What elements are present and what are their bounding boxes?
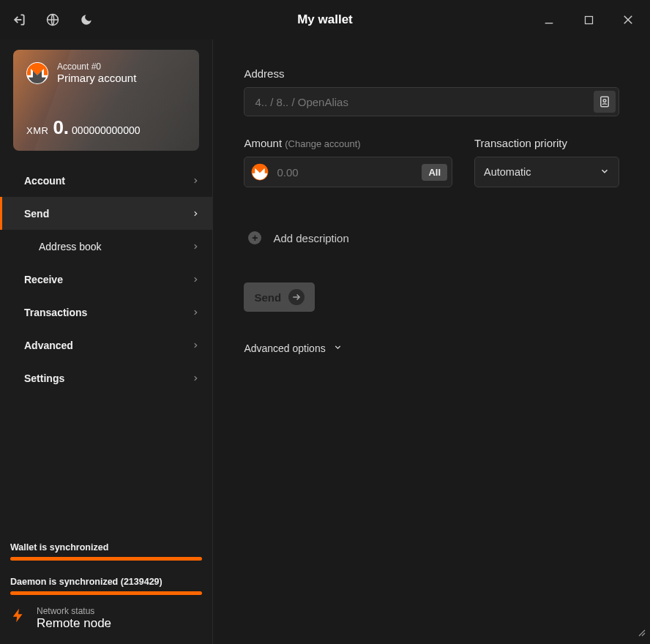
bolt-icon — [10, 605, 26, 631]
chevron-down-icon — [333, 342, 343, 354]
add-description-label: Add description — [273, 232, 348, 244]
priority-label: Transaction priority — [474, 137, 619, 149]
balance-integer: 0. — [53, 116, 69, 139]
logout-icon[interactable] — [9, 10, 29, 30]
plus-icon: + — [248, 231, 261, 244]
priority-select[interactable]: Automatic — [474, 157, 619, 187]
window-title: My wallet — [297, 12, 353, 27]
nav-label: Settings — [24, 372, 64, 384]
send-button[interactable]: Send — [244, 282, 315, 312]
send-panel: Address Amount (Change account) All — [213, 40, 650, 644]
address-label: Address — [244, 67, 619, 80]
chevron-right-icon — [192, 274, 199, 285]
nav-receive[interactable]: Receive — [0, 263, 212, 296]
amount-all-button[interactable]: All — [422, 164, 447, 181]
network-status[interactable]: Network status Remote node — [10, 605, 202, 631]
resize-handle-icon[interactable] — [635, 626, 646, 640]
advanced-options-toggle[interactable]: Advanced options — [244, 342, 619, 354]
nav-address-book[interactable]: Address book — [0, 230, 212, 263]
titlebar: My wallet — [0, 0, 650, 40]
sidebar-status: Wallet is synchronized Daemon is synchro… — [0, 542, 212, 644]
close-button[interactable] — [615, 7, 641, 33]
titlebar-left — [9, 10, 97, 30]
nav-advanced[interactable]: Advanced — [0, 329, 212, 362]
account-name: Primary account — [57, 72, 136, 84]
account-number: Account #0 — [57, 61, 136, 72]
nav: Account Send Address book Receive — [0, 164, 212, 394]
change-account-link[interactable]: (Change account) — [285, 138, 360, 149]
nav-settings[interactable]: Settings — [0, 362, 212, 394]
globe-icon[interactable] — [42, 10, 63, 30]
arrow-right-icon — [288, 289, 305, 305]
balance: XMR 0. 000000000000 — [26, 116, 141, 139]
priority-value: Automatic — [484, 166, 531, 178]
nav-label: Transactions — [24, 307, 87, 318]
window-controls — [536, 7, 641, 33]
nav-label: Address book — [39, 241, 102, 252]
maximize-button[interactable] — [575, 7, 602, 33]
nav-label: Account — [24, 175, 65, 187]
nav-label: Send — [24, 208, 49, 220]
moon-icon[interactable] — [76, 10, 97, 30]
nav-send[interactable]: Send — [0, 197, 212, 230]
chevron-right-icon — [192, 307, 199, 318]
balance-fraction: 000000000000 — [72, 124, 140, 136]
chevron-right-icon — [192, 208, 199, 220]
nav-account[interactable]: Account — [0, 164, 212, 197]
svg-point-7 — [603, 100, 606, 102]
chevron-right-icon — [192, 340, 199, 351]
minimize-button[interactable] — [536, 7, 562, 33]
account-card[interactable]: Account #0 Primary account XMR 0. 000000… — [13, 50, 199, 151]
address-input[interactable] — [244, 87, 619, 116]
monero-icon — [249, 161, 271, 183]
chevron-down-icon — [599, 166, 610, 179]
advanced-options-label: Advanced options — [244, 342, 325, 354]
chevron-right-icon — [192, 175, 199, 187]
balance-ticker: XMR — [26, 125, 48, 136]
sidebar: Account #0 Primary account XMR 0. 000000… — [0, 40, 213, 644]
address-book-icon[interactable] — [594, 91, 616, 113]
monero-logo-icon — [26, 62, 48, 84]
daemon-sync-bar — [10, 591, 202, 595]
chevron-right-icon — [192, 372, 199, 384]
amount-label: Amount (Change account) — [244, 137, 452, 149]
daemon-sync-label: Daemon is synchronized (2139429) — [10, 577, 202, 587]
network-status-label: Network status — [37, 606, 111, 616]
network-status-value: Remote node — [37, 616, 111, 631]
nav-transactions[interactable]: Transactions — [0, 296, 212, 329]
nav-label: Advanced — [24, 340, 73, 351]
wallet-sync-label: Wallet is synchronized — [10, 542, 202, 553]
add-description-button[interactable]: + Add description — [244, 231, 619, 244]
amount-input[interactable] — [271, 166, 422, 179]
svg-rect-2 — [585, 16, 592, 23]
chevron-right-icon — [192, 241, 199, 252]
nav-label: Receive — [24, 274, 63, 285]
send-button-label: Send — [254, 291, 281, 304]
wallet-sync-bar — [10, 557, 202, 561]
